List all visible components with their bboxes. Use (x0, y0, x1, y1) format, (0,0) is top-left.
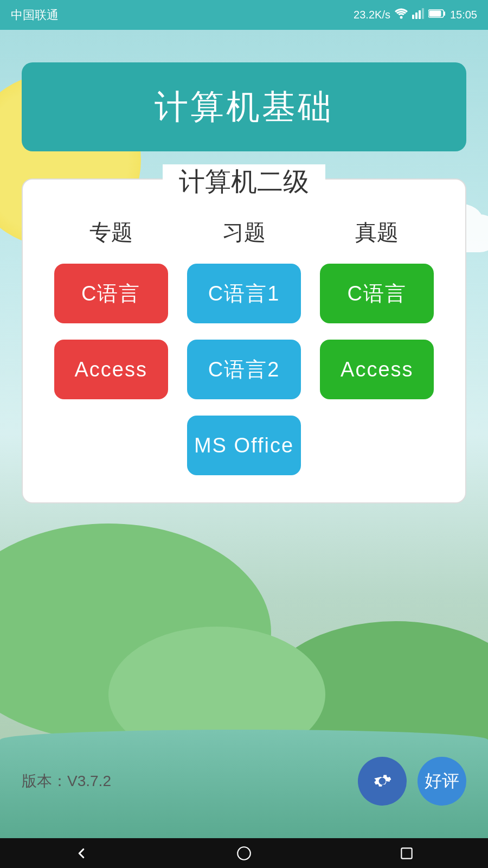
back-icon (73, 845, 89, 861)
bottom-bar: 版本：V3.7.2 好评 (0, 757, 488, 806)
xiti-c1-button[interactable]: C语言1 (187, 264, 301, 323)
settings-button[interactable] (358, 757, 407, 806)
title-banner-text: 计算机基础 (155, 88, 333, 125)
recents-icon (399, 845, 415, 861)
button-grid: C语言 Access C语言1 C语言2 MS Office C语言 Acces… (44, 264, 444, 475)
speed-label: 23.2K/s (354, 9, 390, 21)
svg-rect-3 (419, 10, 421, 19)
review-button[interactable]: 好评 (418, 757, 466, 806)
zhenti-c-button[interactable]: C语言 (320, 264, 434, 323)
svg-point-8 (237, 847, 251, 860)
svg-point-0 (400, 16, 402, 19)
home-button[interactable] (236, 845, 252, 861)
review-label: 好评 (425, 769, 459, 793)
time-label: 15:05 (450, 9, 477, 21)
col-xiti: C语言1 C语言2 MS Office (184, 264, 304, 475)
zhenti-access-button[interactable]: Access (320, 340, 434, 399)
status-right: 23.2K/s 15:05 (354, 8, 477, 22)
home-icon (236, 845, 252, 861)
recents-button[interactable] (399, 845, 415, 861)
svg-rect-4 (422, 8, 424, 19)
zhuanti-c-button[interactable]: C语言 (54, 264, 168, 323)
back-button[interactable] (73, 845, 89, 861)
zhuanti-access-button[interactable]: Access (54, 340, 168, 399)
xiti-c2-button[interactable]: C语言2 (187, 340, 301, 399)
wifi-icon (395, 8, 408, 22)
nav-bar (0, 838, 488, 868)
xiti-msoffice-button[interactable]: MS Office (187, 416, 301, 475)
svg-rect-7 (444, 11, 445, 16)
col-header-2: 习题 (184, 218, 304, 247)
svg-rect-6 (429, 11, 441, 17)
col-header-1: 专题 (52, 218, 171, 247)
carrier-label: 中国联通 (11, 7, 59, 23)
svg-rect-2 (415, 12, 418, 19)
section-title-wrap: 计算机二级 (163, 164, 325, 199)
section-title: 计算机二级 (179, 167, 309, 196)
gear-icon (370, 769, 394, 793)
bottom-buttons: 好评 (358, 757, 466, 806)
battery-icon (428, 9, 446, 21)
col-zhuanti: C语言 Access (52, 264, 171, 399)
version-label: 版本：V3.7.2 (22, 771, 111, 792)
subject-card: 计算机二级 专题 习题 真题 C语言 Access C语言1 C语言2 MS O… (22, 178, 466, 503)
signal-icon (412, 8, 424, 22)
title-banner: 计算机基础 (22, 62, 466, 151)
col-header-3: 真题 (317, 218, 436, 247)
main-content: 计算机基础 计算机二级 专题 习题 真题 C语言 Access C语言1 C语言… (0, 30, 488, 838)
column-headers: 专题 习题 真题 (44, 218, 444, 247)
svg-rect-1 (412, 15, 414, 19)
status-bar: 中国联通 23.2K/s 15:05 (0, 0, 488, 30)
col-zhenti: C语言 Access (317, 264, 436, 399)
svg-rect-9 (401, 848, 412, 858)
